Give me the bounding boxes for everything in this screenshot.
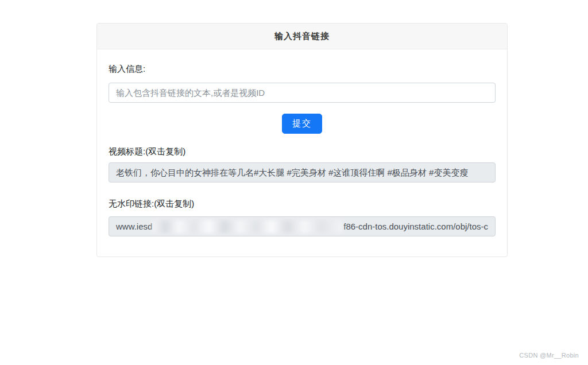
card-header-title: 输入抖音链接 — [97, 24, 507, 49]
douyin-link-card: 输入抖音链接 输入信息: 提交 视频标题:(双击复制) 老铁们，你心目中的女神排… — [96, 23, 508, 257]
video-title-label: 视频标题:(双击复制) — [109, 146, 496, 157]
video-title-field[interactable]: 老铁们，你心目中的女神排在等几名#大长腿 #完美身材 #这谁顶得住啊 #极品身材… — [109, 162, 496, 182]
douyin-link-input[interactable] — [109, 83, 496, 103]
no-watermark-link-label: 无水印链接:(双击复制) — [109, 199, 496, 209]
submit-button[interactable]: 提交 — [282, 114, 322, 134]
submit-button-row: 提交 — [109, 114, 496, 134]
csdn-watermark: CSDN @Mr__Robin — [519, 352, 579, 359]
url-redacted-blur — [152, 220, 342, 233]
input-info-label: 输入信息: — [109, 64, 496, 75]
card-body: 输入信息: 提交 视频标题:(双击复制) 老铁们，你心目中的女神排在等几名#大长… — [97, 49, 507, 257]
url-visible-start: www.iesd — [116, 217, 152, 236]
url-visible-end: f86-cdn-tos.douyinstatic.com/obj/tos-c — [343, 217, 488, 236]
no-watermark-link-field[interactable]: www.iesd f86-cdn-tos.douyinstatic.com/ob… — [109, 216, 496, 236]
